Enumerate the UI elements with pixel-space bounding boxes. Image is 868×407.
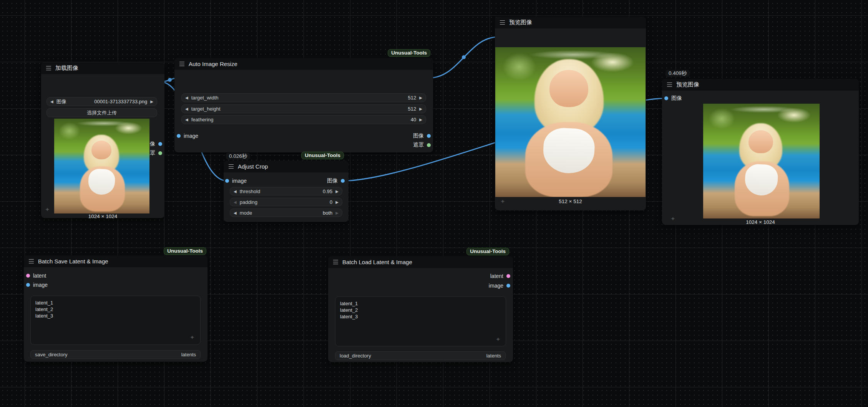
port-dot-image[interactable] (506, 284, 510, 288)
threshold-widget[interactable]: ◀ threshold 0.95 ▶ (230, 187, 342, 195)
output-port-mask[interactable]: 遮罩 (413, 142, 431, 148)
upload-button-label: 选择文件上传 (87, 109, 117, 116)
increment-icon[interactable]: ▶ (335, 200, 339, 204)
target-height-widget[interactable]: ◀ target_height 512 ▶ (181, 104, 426, 113)
increment-icon[interactable]: ▶ (419, 107, 422, 111)
widget-value: 40 (411, 117, 416, 122)
menu-icon[interactable] (667, 83, 672, 87)
node-batch-save[interactable]: Unusual-Tools Batch Save Latent & Image … (24, 255, 207, 362)
combo-next-icon[interactable]: ▶ (150, 99, 153, 104)
feathering-widget[interactable]: ◀ feathering 40 ▶ (181, 115, 426, 124)
sparkle-icon: ✦ (496, 336, 501, 343)
combo-label: 图像 (56, 98, 66, 105)
latent-names-textarea[interactable]: latent_1 latent_2 latent_3 (30, 296, 201, 345)
photo-face (549, 70, 589, 108)
execution-time-badge: 0.409秒 (666, 70, 690, 77)
menu-icon[interactable] (179, 62, 184, 66)
increment-icon[interactable]: ▶ (419, 96, 422, 100)
widget-value: latents (181, 352, 196, 357)
widget-label: feathering (191, 117, 214, 122)
port-label: image (232, 178, 247, 184)
decrement-icon[interactable]: ◀ (234, 200, 237, 204)
vendor-badge: Unusual-Tools (301, 152, 344, 159)
node-load-image-header[interactable]: 加载图像 (41, 62, 164, 74)
save-directory-widget[interactable]: save_directory latents (30, 350, 201, 359)
widget-label: target_height (191, 106, 221, 112)
port-dot-image[interactable] (158, 142, 162, 146)
padding-widget[interactable]: ◀ padding 0 ▶ (230, 198, 342, 206)
widget-label: target_width (191, 95, 219, 101)
latent-names-textarea[interactable]: latent_1 latent_2 latent_3 (335, 296, 506, 346)
combo-next-icon[interactable]: ▶ (335, 211, 339, 215)
image-file-combo[interactable]: ◀ 图像 00001-3713337733.png ▶ (46, 97, 157, 106)
port-dot-image[interactable] (225, 179, 229, 183)
port-dot-mask[interactable] (427, 143, 431, 147)
port-dot-image[interactable] (26, 283, 30, 287)
output-port-image[interactable]: 图像 (327, 178, 345, 184)
node-adjust-crop-header[interactable]: Adjust Crop (224, 160, 349, 172)
menu-icon[interactable] (229, 164, 234, 169)
port-label: 图像 (413, 132, 424, 139)
vendor-badge: Unusual-Tools (466, 248, 509, 255)
node-auto-image-resize-header[interactable]: Auto Image Resize (174, 58, 433, 70)
output-port-latent[interactable]: latent (490, 273, 510, 279)
node-load-image[interactable]: 加载图像 图像 遮罩 ◀ 图像 00001-3713337733.png ▶ 选… (41, 62, 164, 218)
menu-icon[interactable] (333, 260, 338, 264)
widget-value: 512 (408, 106, 417, 112)
node-title: Adjust Crop (238, 163, 268, 170)
node-graph-canvas[interactable]: 加载图像 图像 遮罩 ◀ 图像 00001-3713337733.png ▶ 选… (0, 0, 868, 407)
widget-label: padding (240, 199, 257, 205)
decrement-icon[interactable]: ◀ (185, 117, 188, 122)
loaded-image-preview (54, 119, 149, 213)
decrement-icon[interactable]: ◀ (185, 107, 188, 111)
output-port-image[interactable]: image (489, 283, 510, 289)
widget-value: both (323, 210, 332, 216)
port-dot-latent[interactable] (26, 274, 30, 278)
load-directory-widget[interactable]: load_directory latents (335, 351, 506, 360)
menu-icon[interactable] (46, 66, 51, 70)
node-preview-image-top[interactable]: 预览图像 图像 ✦ 512 × 512 (495, 17, 646, 210)
node-batch-load-header[interactable]: Batch Load Latent & Image (328, 256, 513, 268)
decrement-icon[interactable]: ◀ (185, 96, 188, 100)
port-dot-image[interactable] (427, 134, 431, 138)
input-port-image[interactable]: image (225, 178, 247, 184)
sparkle-icon: ✦ (190, 334, 195, 341)
port-dot-image[interactable] (177, 134, 181, 138)
input-port-image[interactable]: 图像 (664, 95, 682, 101)
menu-icon[interactable] (29, 259, 34, 263)
port-dot-image[interactable] (341, 179, 345, 183)
node-adjust-crop[interactable]: 0.026秒 Unusual-Tools Adjust Crop image 图… (224, 160, 349, 222)
link-midpoint-dot (168, 78, 172, 82)
node-preview-top-header[interactable]: 预览图像 (495, 17, 646, 28)
widget-value: 0 (330, 199, 332, 205)
execution-time-badge: 0.026秒 (226, 153, 250, 160)
input-port-image[interactable]: image (177, 133, 198, 139)
mode-widget[interactable]: ◀ mode both ▶ (230, 208, 342, 217)
node-auto-image-resize[interactable]: Unusual-Tools Auto Image Resize image 图像… (174, 58, 433, 152)
output-port-image[interactable]: 图像 (413, 133, 431, 139)
node-title: 预览图像 (509, 19, 532, 26)
port-dot-latent[interactable] (506, 274, 510, 278)
upload-file-button[interactable]: 选择文件上传 (46, 108, 157, 117)
port-dot-image[interactable] (664, 96, 668, 100)
link-midpoint-dot (462, 55, 466, 59)
combo-prev-icon[interactable]: ◀ (234, 211, 237, 215)
target-width-widget[interactable]: ◀ target_width 512 ▶ (181, 93, 426, 102)
decrement-icon[interactable]: ◀ (234, 189, 237, 194)
node-batch-load[interactable]: Unusual-Tools Batch Load Latent & Image … (328, 256, 513, 362)
increment-icon[interactable]: ▶ (419, 117, 422, 122)
combo-prev-icon[interactable]: ◀ (50, 99, 53, 104)
vendor-badge: Unusual-Tools (388, 49, 430, 57)
input-port-latent[interactable]: latent (26, 273, 46, 279)
port-dot-mask[interactable] (158, 151, 162, 155)
node-preview-image-right[interactable]: 0.409秒 预览图像 图像 ✦ 1024 × 1024 (662, 79, 859, 225)
node-preview-right-header[interactable]: 预览图像 (662, 79, 859, 91)
widget-value: 0.95 (323, 189, 332, 194)
input-port-image[interactable]: image (26, 282, 48, 288)
port-label: 遮罩 (413, 142, 424, 149)
increment-icon[interactable]: ▶ (335, 189, 339, 194)
menu-icon[interactable] (500, 20, 505, 25)
node-batch-save-header[interactable]: Batch Save Latent & Image (24, 255, 207, 267)
node-title: Auto Image Resize (189, 61, 237, 67)
port-label: image (489, 283, 503, 289)
